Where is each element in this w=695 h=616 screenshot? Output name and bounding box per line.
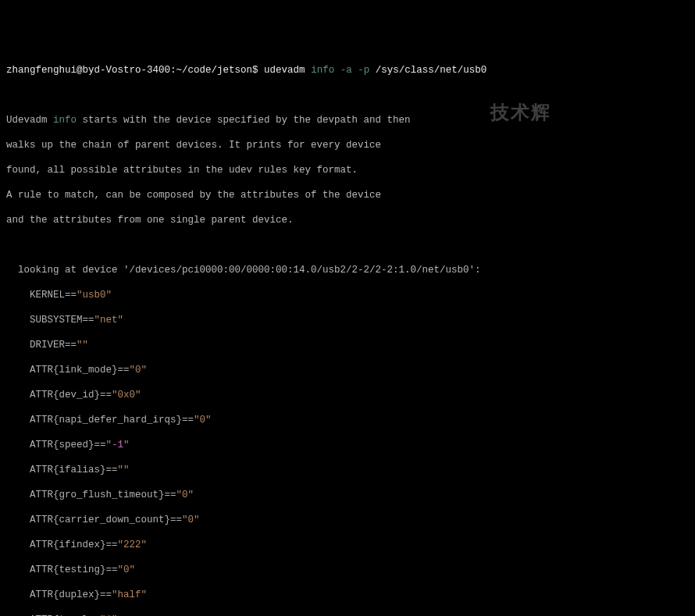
kv-row: ATTR{carrier_down_count}=="0" [6,514,689,526]
kv-row: ATTR{link_mode}=="0" [6,364,689,376]
kv-row: ATTR{testing}=="0" [6,564,689,576]
kv-row: ATTR{gro_flush_timeout}=="0" [6,489,689,501]
device-header: looking at device '/devices/pci0000:00/0… [6,264,689,276]
kv-row: ATTR{dev_id}=="0x0" [6,389,689,401]
terminal-output: zhangfenghui@byd-Vostro-3400:~/code/jets… [0,50,695,616]
cmd-arg: /sys/class/net/usb0 [376,65,487,76]
prompt-user: zhangfenghui@byd-Vostro-3400 [6,65,170,76]
kv-row: KERNEL=="usb0" [6,289,689,301]
cmd-flags: -a -p [340,65,370,76]
kv-row: ATTR{duplex}=="half" [6,589,689,601]
kv-row: ATTR{ifalias}=="" [6,464,689,476]
cmd-subcmd: info [311,65,334,76]
intro-line: A rule to match, can be composed by the … [6,189,689,201]
kv-row: ATTR{speed}=="-1" [6,439,689,451]
intro-line: and the attributes from one single paren… [6,214,689,226]
intro-info-word: info [53,115,77,126]
kv-row: ATTR{napi_defer_hard_irqs}=="0" [6,414,689,426]
intro-line: walks up the chain of parent devices. It… [6,139,689,151]
intro-text: Udevadm [6,115,53,126]
kv-row: DRIVER=="" [6,339,689,351]
intro-line: found, all possible attributes in the ud… [6,164,689,176]
prompt-cwd: ~/code/jetson [176,65,253,76]
kv-row: ATTR{ifindex}=="222" [6,539,689,551]
kv-row: SUBSYSTEM=="net" [6,314,689,326]
cmd-bin: udevadm [264,65,305,76]
